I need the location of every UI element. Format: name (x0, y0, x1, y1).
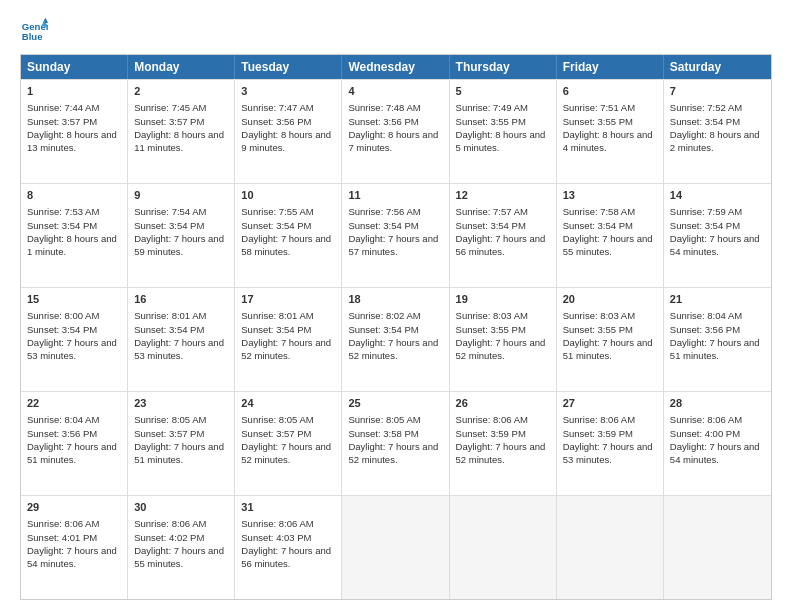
sunset-text: Sunset: 3:59 PM (563, 427, 657, 440)
day-number: 22 (27, 396, 121, 411)
day-number: 24 (241, 396, 335, 411)
calendar-cell: 1Sunrise: 7:44 AMSunset: 3:57 PMDaylight… (21, 80, 128, 183)
sunset-text: Sunset: 3:54 PM (134, 323, 228, 336)
sunset-text: Sunset: 4:02 PM (134, 531, 228, 544)
logo-icon: General Blue (20, 16, 48, 44)
daylight-text: Daylight: 7 hours and 54 minutes. (670, 440, 765, 467)
day-number: 30 (134, 500, 228, 515)
sunset-text: Sunset: 4:00 PM (670, 427, 765, 440)
daylight-text: Daylight: 7 hours and 56 minutes. (241, 544, 335, 571)
day-number: 26 (456, 396, 550, 411)
calendar-cell: 27Sunrise: 8:06 AMSunset: 3:59 PMDayligh… (557, 392, 664, 495)
daylight-text: Daylight: 8 hours and 4 minutes. (563, 128, 657, 155)
daylight-text: Daylight: 7 hours and 54 minutes. (27, 544, 121, 571)
daylight-text: Daylight: 7 hours and 51 minutes. (134, 440, 228, 467)
calendar-cell: 2Sunrise: 7:45 AMSunset: 3:57 PMDaylight… (128, 80, 235, 183)
sunrise-text: Sunrise: 8:04 AM (670, 309, 765, 322)
sunrise-text: Sunrise: 7:52 AM (670, 101, 765, 114)
sunset-text: Sunset: 3:56 PM (27, 427, 121, 440)
calendar-cell: 23Sunrise: 8:05 AMSunset: 3:57 PMDayligh… (128, 392, 235, 495)
calendar-page: General Blue SundayMondayTuesdayWednesda… (0, 0, 792, 612)
calendar-cell: 3Sunrise: 7:47 AMSunset: 3:56 PMDaylight… (235, 80, 342, 183)
sunrise-text: Sunrise: 8:05 AM (134, 413, 228, 426)
calendar-header-row: SundayMondayTuesdayWednesdayThursdayFrid… (21, 55, 771, 79)
daylight-text: Daylight: 8 hours and 1 minute. (27, 232, 121, 259)
calendar-header-cell: Monday (128, 55, 235, 79)
daylight-text: Daylight: 8 hours and 2 minutes. (670, 128, 765, 155)
daylight-text: Daylight: 7 hours and 55 minutes. (134, 544, 228, 571)
daylight-text: Daylight: 7 hours and 52 minutes. (241, 336, 335, 363)
day-number: 29 (27, 500, 121, 515)
calendar-cell: 8Sunrise: 7:53 AMSunset: 3:54 PMDaylight… (21, 184, 128, 287)
sunrise-text: Sunrise: 8:03 AM (563, 309, 657, 322)
sunrise-text: Sunrise: 7:56 AM (348, 205, 442, 218)
sunrise-text: Sunrise: 7:48 AM (348, 101, 442, 114)
calendar-cell: 12Sunrise: 7:57 AMSunset: 3:54 PMDayligh… (450, 184, 557, 287)
sunset-text: Sunset: 3:56 PM (241, 115, 335, 128)
day-number: 12 (456, 188, 550, 203)
daylight-text: Daylight: 7 hours and 51 minutes. (563, 336, 657, 363)
daylight-text: Daylight: 8 hours and 11 minutes. (134, 128, 228, 155)
sunset-text: Sunset: 3:55 PM (563, 115, 657, 128)
sunset-text: Sunset: 3:59 PM (456, 427, 550, 440)
day-number: 1 (27, 84, 121, 99)
daylight-text: Daylight: 7 hours and 52 minutes. (456, 440, 550, 467)
sunset-text: Sunset: 3:54 PM (27, 323, 121, 336)
day-number: 25 (348, 396, 442, 411)
daylight-text: Daylight: 7 hours and 56 minutes. (456, 232, 550, 259)
day-number: 2 (134, 84, 228, 99)
calendar-cell (557, 496, 664, 599)
daylight-text: Daylight: 8 hours and 9 minutes. (241, 128, 335, 155)
sunset-text: Sunset: 3:56 PM (348, 115, 442, 128)
day-number: 14 (670, 188, 765, 203)
calendar-row: 22Sunrise: 8:04 AMSunset: 3:56 PMDayligh… (21, 391, 771, 495)
calendar-header-cell: Sunday (21, 55, 128, 79)
day-number: 16 (134, 292, 228, 307)
day-number: 7 (670, 84, 765, 99)
sunset-text: Sunset: 3:57 PM (134, 115, 228, 128)
daylight-text: Daylight: 7 hours and 59 minutes. (134, 232, 228, 259)
sunrise-text: Sunrise: 8:04 AM (27, 413, 121, 426)
sunrise-text: Sunrise: 7:51 AM (563, 101, 657, 114)
calendar-cell (664, 496, 771, 599)
sunrise-text: Sunrise: 8:06 AM (670, 413, 765, 426)
sunrise-text: Sunrise: 8:05 AM (348, 413, 442, 426)
day-number: 19 (456, 292, 550, 307)
day-number: 5 (456, 84, 550, 99)
calendar-cell: 6Sunrise: 7:51 AMSunset: 3:55 PMDaylight… (557, 80, 664, 183)
day-number: 17 (241, 292, 335, 307)
calendar-cell: 22Sunrise: 8:04 AMSunset: 3:56 PMDayligh… (21, 392, 128, 495)
daylight-text: Daylight: 7 hours and 58 minutes. (241, 232, 335, 259)
daylight-text: Daylight: 7 hours and 52 minutes. (241, 440, 335, 467)
calendar-cell: 13Sunrise: 7:58 AMSunset: 3:54 PMDayligh… (557, 184, 664, 287)
sunset-text: Sunset: 3:57 PM (134, 427, 228, 440)
calendar-cell: 19Sunrise: 8:03 AMSunset: 3:55 PMDayligh… (450, 288, 557, 391)
sunrise-text: Sunrise: 7:59 AM (670, 205, 765, 218)
day-number: 13 (563, 188, 657, 203)
sunset-text: Sunset: 3:55 PM (456, 115, 550, 128)
daylight-text: Daylight: 7 hours and 53 minutes. (27, 336, 121, 363)
calendar-cell: 28Sunrise: 8:06 AMSunset: 4:00 PMDayligh… (664, 392, 771, 495)
calendar-cell (450, 496, 557, 599)
daylight-text: Daylight: 7 hours and 53 minutes. (563, 440, 657, 467)
sunset-text: Sunset: 3:54 PM (456, 219, 550, 232)
sunset-text: Sunset: 3:54 PM (670, 115, 765, 128)
daylight-text: Daylight: 7 hours and 53 minutes. (134, 336, 228, 363)
sunrise-text: Sunrise: 8:06 AM (27, 517, 121, 530)
sunrise-text: Sunrise: 8:05 AM (241, 413, 335, 426)
sunset-text: Sunset: 4:03 PM (241, 531, 335, 544)
day-number: 20 (563, 292, 657, 307)
sunrise-text: Sunrise: 7:54 AM (134, 205, 228, 218)
sunrise-text: Sunrise: 7:58 AM (563, 205, 657, 218)
sunrise-text: Sunrise: 7:53 AM (27, 205, 121, 218)
sunset-text: Sunset: 3:54 PM (348, 323, 442, 336)
day-number: 9 (134, 188, 228, 203)
calendar-row: 15Sunrise: 8:00 AMSunset: 3:54 PMDayligh… (21, 287, 771, 391)
day-number: 18 (348, 292, 442, 307)
day-number: 21 (670, 292, 765, 307)
daylight-text: Daylight: 8 hours and 13 minutes. (27, 128, 121, 155)
sunset-text: Sunset: 3:56 PM (670, 323, 765, 336)
calendar-row: 1Sunrise: 7:44 AMSunset: 3:57 PMDaylight… (21, 79, 771, 183)
day-number: 27 (563, 396, 657, 411)
sunrise-text: Sunrise: 8:06 AM (456, 413, 550, 426)
